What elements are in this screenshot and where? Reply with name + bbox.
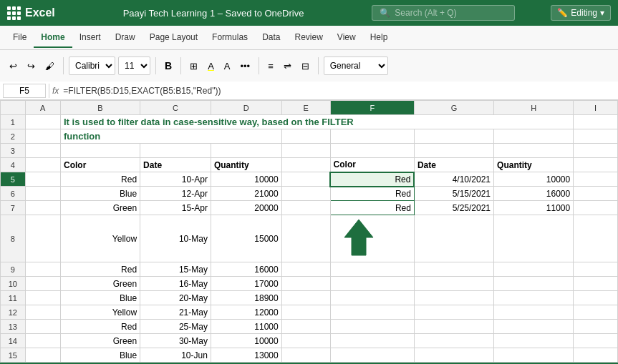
cell-d8[interactable]: 15000 [211, 215, 281, 262]
cell-f2[interactable] [330, 129, 414, 144]
more-button[interactable]: ••• [236, 56, 254, 76]
cell-b1[interactable]: It is used to filter data in case-sensit… [60, 115, 573, 129]
table-row: 1 It is used to filter data in case-sens… [1, 115, 618, 129]
tab-help[interactable]: Help [363, 28, 395, 48]
number-format-select[interactable]: General [324, 56, 388, 75]
cell-g7[interactable]: 5/25/2021 [414, 201, 493, 215]
cell-b6[interactable]: Blue [60, 187, 140, 201]
cell-a1[interactable] [25, 115, 60, 129]
cell-reference-box[interactable] [3, 84, 46, 98]
col-header-g[interactable]: G [414, 101, 493, 115]
search-bar[interactable]: 🔍 Search (Alt + Q) [372, 5, 515, 21]
cell-d6[interactable]: 21000 [211, 187, 281, 201]
cell-d7[interactable]: 20000 [211, 201, 281, 215]
cell-c5[interactable]: 10-Apr [140, 172, 211, 187]
cell-h2[interactable] [494, 129, 574, 144]
tab-insert[interactable]: Insert [72, 28, 108, 48]
cell-f4[interactable]: Color [330, 158, 414, 172]
cell-c8[interactable]: 10-May [140, 215, 211, 262]
cell-i2[interactable] [574, 129, 618, 144]
cell-g5[interactable]: 4/10/2021 [414, 172, 493, 187]
cell-c14[interactable]: 30-May [140, 334, 211, 348]
cell-g2[interactable] [414, 129, 493, 144]
row-header-2: 2 [1, 129, 26, 144]
bold-button[interactable]: B [161, 56, 175, 76]
cell-b11[interactable]: Blue [60, 291, 140, 305]
col-header-h[interactable]: H [494, 101, 574, 115]
fill-color-button[interactable]: A [204, 56, 218, 76]
cell-b4[interactable]: Color [60, 158, 140, 172]
tab-file[interactable]: File [6, 28, 34, 48]
cell-h7[interactable]: 11000 [494, 201, 574, 215]
cell-c11[interactable]: 20-May [140, 291, 211, 305]
redo-button[interactable]: ↪ [24, 56, 39, 76]
cell-i1[interactable] [574, 115, 618, 129]
cell-b15[interactable]: Blue [60, 348, 140, 363]
cell-c12[interactable]: 21-May [140, 305, 211, 320]
cell-g4[interactable]: Date [414, 158, 493, 172]
tab-page-layout[interactable]: Page Layout [143, 28, 205, 48]
tab-data[interactable]: Data [255, 28, 287, 48]
cell-c9[interactable]: 15-May [140, 262, 211, 277]
font-select[interactable]: Calibri [69, 56, 115, 75]
cell-d5[interactable]: 10000 [211, 172, 281, 187]
col-header-d[interactable]: D [211, 101, 281, 115]
cell-h5[interactable]: 10000 [494, 172, 574, 187]
cell-d13[interactable]: 11000 [211, 320, 281, 334]
col-header-e[interactable]: E [281, 101, 330, 115]
cell-d4[interactable]: Quantity [211, 158, 281, 172]
undo-button[interactable]: ↩ [6, 56, 21, 76]
cell-f8[interactable] [330, 215, 414, 262]
row-header-8: 8 [1, 215, 26, 262]
tab-home[interactable]: Home [34, 28, 72, 48]
col-header-f[interactable]: F [330, 101, 414, 115]
cell-g8[interactable] [414, 215, 493, 262]
cell-b13[interactable]: Red [60, 320, 140, 334]
cell-c10[interactable]: 16-May [140, 277, 211, 291]
font-size-select[interactable]: 11 [118, 56, 150, 75]
format-painter-button[interactable]: 🖌 [42, 56, 58, 76]
cell-c4[interactable]: Date [140, 158, 211, 172]
cell-d15[interactable]: 13000 [211, 348, 281, 363]
col-header-i[interactable]: I [574, 101, 618, 115]
cell-f7[interactable]: Red [330, 201, 414, 215]
cell-b7[interactable]: Green [60, 201, 140, 215]
borders-button[interactable]: ⊞ [186, 56, 201, 76]
cell-d12[interactable]: 12000 [211, 305, 281, 320]
col-header-b[interactable]: B [60, 101, 140, 115]
cell-e2[interactable] [281, 129, 330, 144]
cell-b8[interactable]: Yellow [60, 215, 140, 262]
cell-b9[interactable]: Red [60, 262, 140, 277]
cell-h4[interactable]: Quantity [494, 158, 574, 172]
col-header-c[interactable]: C [140, 101, 211, 115]
wrap-button[interactable]: ⇌ [280, 56, 295, 76]
cell-c6[interactable]: 12-Apr [140, 187, 211, 201]
cell-d9[interactable]: 16000 [211, 262, 281, 277]
cell-h8[interactable] [494, 215, 574, 262]
cell-f5[interactable]: Red [330, 172, 414, 187]
cell-b2[interactable]: function [60, 129, 281, 144]
cell-b10[interactable]: Green [60, 277, 140, 291]
merge-button[interactable]: ⊟ [298, 56, 313, 76]
align-button[interactable]: ≡ [264, 56, 277, 76]
editing-button[interactable]: ✏️ Editing ▾ [551, 5, 611, 21]
cell-d11[interactable]: 18900 [211, 291, 281, 305]
cell-d14[interactable]: 10000 [211, 334, 281, 348]
cell-d10[interactable]: 17000 [211, 277, 281, 291]
tab-draw[interactable]: Draw [108, 28, 143, 48]
cell-f6[interactable]: Red [330, 187, 414, 201]
cell-c7[interactable]: 15-Apr [140, 201, 211, 215]
font-color-button[interactable]: A [221, 56, 234, 76]
col-header-a[interactable]: A [25, 101, 60, 115]
tab-formulas[interactable]: Formulas [205, 28, 255, 48]
cell-b14[interactable]: Green [60, 334, 140, 348]
cell-g6[interactable]: 5/15/2021 [414, 187, 493, 201]
cell-c13[interactable]: 25-May [140, 320, 211, 334]
tab-view[interactable]: View [330, 28, 363, 48]
cell-h6[interactable]: 16000 [494, 187, 574, 201]
cell-b5[interactable]: Red [60, 172, 140, 187]
tab-review[interactable]: Review [287, 28, 329, 48]
cell-a2[interactable] [25, 129, 60, 144]
cell-b12[interactable]: Yellow [60, 305, 140, 320]
cell-c15[interactable]: 10-Jun [140, 348, 211, 363]
